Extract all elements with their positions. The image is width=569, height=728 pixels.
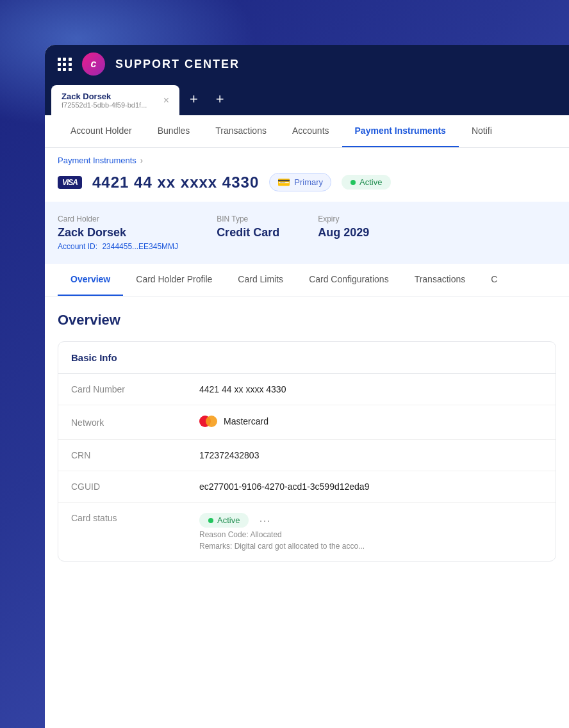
tab-user-id: f72552d1-5dbb-4f59-bd1f...: [62, 101, 147, 109]
crn-label: CRN: [71, 450, 199, 460]
status-more-icon[interactable]: ⋯: [259, 514, 270, 528]
card-header: VISA 4421 44 xx xxxx 4330 💳 Primary Acti…: [45, 165, 569, 202]
bin-label: BIN Type: [217, 214, 279, 223]
breadcrumb-parent[interactable]: Payment Instruments: [58, 156, 136, 165]
expiry-col: Expiry Aug 2029: [318, 214, 369, 251]
mc-circle-yellow: [206, 416, 217, 427]
primary-label: Primary: [294, 177, 323, 187]
mastercard-text: Mastercard: [224, 416, 268, 426]
network-label: Network: [71, 417, 199, 428]
logo-letter: c: [91, 58, 97, 70]
grid-menu-icon[interactable]: [58, 58, 72, 71]
nav-tabs: Account Holder Bundles Transactions Acco…: [45, 115, 569, 148]
tab-info: Zack Dorsek f72552d1-5dbb-4f59-bd1f...: [62, 92, 147, 109]
app-container: c SUPPORT CENTER Zack Dorsek f72552d1-5d…: [45, 45, 569, 728]
overview-section: Overview Basic Info Card Number 4421 44 …: [45, 296, 569, 577]
primary-badge: 💳 Primary: [269, 173, 331, 191]
cguid-value: ec277001-9106-4270-acd1-3c599d12eda9: [199, 481, 543, 492]
mastercard-circles: [199, 416, 217, 427]
main-tab[interactable]: Zack Dorsek f72552d1-5dbb-4f59-bd1f... ×: [51, 85, 179, 115]
status-active-dot: [208, 518, 213, 523]
tab-accounts[interactable]: Accounts: [279, 115, 342, 147]
card-info-panel: Card Holder Zack Dorsek Account ID: 2344…: [45, 202, 569, 264]
active-label: Active: [359, 177, 382, 187]
table-row: Network Mastercard: [58, 405, 556, 440]
expiry-value: Aug 2029: [318, 226, 369, 239]
sub-tab-transactions[interactable]: Transactions: [402, 264, 479, 296]
network-value: Mastercard: [199, 416, 543, 429]
breadcrumb-arrow: ›: [140, 156, 143, 165]
sub-tab-card-configurations[interactable]: Card Configurations: [296, 264, 402, 296]
expiry-label: Expiry: [318, 214, 369, 223]
account-id-label: Account ID:: [58, 242, 97, 251]
content-area: Account Holder Bundles Transactions Acco…: [45, 115, 569, 728]
app-logo: c: [82, 53, 105, 76]
card-status-label: Card status: [71, 513, 199, 523]
sub-tab-more[interactable]: C: [478, 264, 510, 296]
tab-user-name: Zack Dorsek: [62, 92, 147, 101]
account-id-line: Account ID: 2344455...EE345MMJ: [58, 242, 178, 251]
table-row: CRN 172372432803: [58, 440, 556, 471]
active-badge: Active: [342, 175, 391, 190]
card-holder-label: Card Holder: [58, 214, 178, 223]
crn-value: 172372432803: [199, 450, 543, 460]
sub-tabs: Overview Card Holder Profile Card Limits…: [45, 264, 569, 296]
table-row: CGUID ec277001-9106-4270-acd1-3c599d12ed…: [58, 471, 556, 503]
overview-title: Overview: [58, 312, 556, 328]
bin-type-col: BIN Type Credit Card: [217, 214, 279, 251]
account-id-value[interactable]: 2344455...EE345MMJ: [102, 242, 178, 251]
card-holder-name: Zack Dorsek: [58, 226, 178, 239]
card-icon: 💳: [277, 176, 290, 188]
tab-add-button-2[interactable]: +: [208, 86, 232, 113]
card-status-value: Active ⋯ Reason Code: Allocated Remarks:…: [199, 513, 543, 551]
bin-value: Credit Card: [217, 226, 279, 239]
card-number-value: 4421 44 xx xxxx 4330: [199, 384, 543, 394]
mastercard-icon: Mastercard: [199, 416, 268, 427]
tab-notifications[interactable]: Notifi: [459, 115, 505, 147]
top-navbar: c SUPPORT CENTER: [45, 45, 569, 83]
tab-add-button[interactable]: +: [182, 86, 206, 113]
breadcrumb: Payment Instruments ›: [45, 148, 569, 165]
tab-account-holder[interactable]: Account Holder: [58, 115, 145, 147]
basic-info-header: Basic Info: [58, 342, 556, 374]
card-status-badge: Active: [199, 513, 249, 528]
sub-tab-card-limits[interactable]: Card Limits: [225, 264, 296, 296]
sub-tab-card-holder-profile[interactable]: Card Holder Profile: [123, 264, 225, 296]
cguid-label: CGUID: [71, 481, 199, 492]
table-row: Card Number 4421 44 xx xxxx 4330: [58, 374, 556, 405]
card-number-display: 4421 44 xx xxxx 4330: [92, 174, 259, 191]
tab-payment-instruments[interactable]: Payment Instruments: [342, 115, 459, 147]
sub-tab-overview[interactable]: Overview: [58, 264, 123, 296]
card-number-label: Card Number: [71, 384, 199, 394]
remarks-text: Remarks: Digital card got allocated to t…: [199, 542, 543, 551]
app-title: SUPPORT CENTER: [115, 58, 240, 71]
tab-bar: Zack Dorsek f72552d1-5dbb-4f59-bd1f... ×…: [45, 83, 569, 115]
tab-transactions[interactable]: Transactions: [202, 115, 279, 147]
reason-code: Reason Code: Allocated: [199, 530, 543, 539]
status-active-text: Active: [217, 515, 240, 525]
basic-info-card: Basic Info Card Number 4421 44 xx xxxx 4…: [58, 341, 556, 562]
card-holder-col: Card Holder Zack Dorsek Account ID: 2344…: [58, 214, 178, 251]
table-row: Card status Active ⋯ Reason Code: Alloca…: [58, 503, 556, 561]
tab-close-icon[interactable]: ×: [163, 95, 169, 106]
tab-bundles[interactable]: Bundles: [145, 115, 203, 147]
active-dot: [350, 180, 356, 185]
visa-logo: VISA: [58, 176, 82, 189]
